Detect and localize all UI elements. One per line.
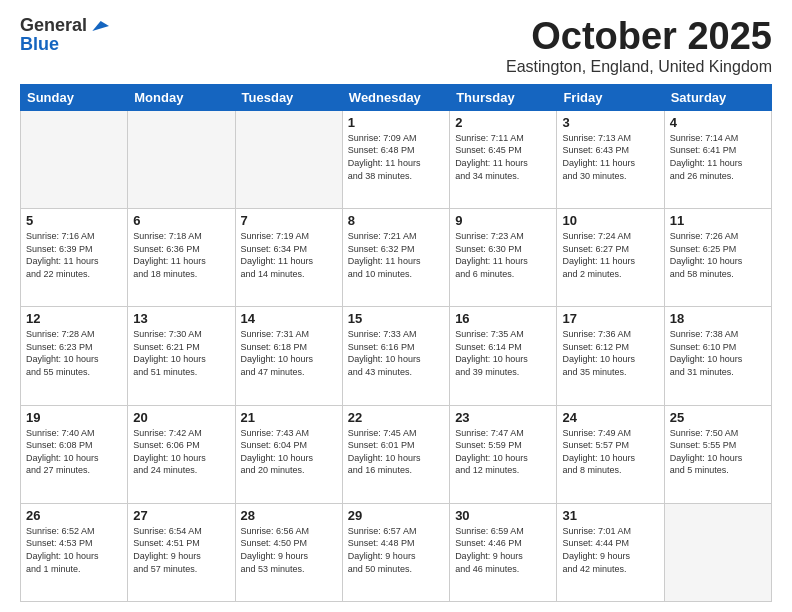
svg-marker-0 — [92, 21, 109, 31]
calendar-cell: 25Sunrise: 7:50 AM Sunset: 5:55 PM Dayli… — [664, 405, 771, 503]
day-info: Sunrise: 6:57 AM Sunset: 4:48 PM Dayligh… — [348, 525, 444, 575]
day-number: 19 — [26, 410, 122, 425]
day-info: Sunrise: 7:13 AM Sunset: 6:43 PM Dayligh… — [562, 132, 658, 182]
day-number: 22 — [348, 410, 444, 425]
day-number: 9 — [455, 213, 551, 228]
day-number: 17 — [562, 311, 658, 326]
calendar-day-header: Tuesday — [235, 84, 342, 110]
calendar-day-header: Monday — [128, 84, 235, 110]
day-info: Sunrise: 7:24 AM Sunset: 6:27 PM Dayligh… — [562, 230, 658, 280]
day-info: Sunrise: 7:14 AM Sunset: 6:41 PM Dayligh… — [670, 132, 766, 182]
day-number: 13 — [133, 311, 229, 326]
calendar-cell: 29Sunrise: 6:57 AM Sunset: 4:48 PM Dayli… — [342, 503, 449, 601]
day-info: Sunrise: 7:09 AM Sunset: 6:48 PM Dayligh… — [348, 132, 444, 182]
day-number: 25 — [670, 410, 766, 425]
day-number: 27 — [133, 508, 229, 523]
calendar-cell: 23Sunrise: 7:47 AM Sunset: 5:59 PM Dayli… — [450, 405, 557, 503]
day-number: 20 — [133, 410, 229, 425]
calendar-cell — [664, 503, 771, 601]
day-number: 7 — [241, 213, 337, 228]
calendar-cell: 18Sunrise: 7:38 AM Sunset: 6:10 PM Dayli… — [664, 307, 771, 405]
calendar-cell: 17Sunrise: 7:36 AM Sunset: 6:12 PM Dayli… — [557, 307, 664, 405]
calendar-cell: 13Sunrise: 7:30 AM Sunset: 6:21 PM Dayli… — [128, 307, 235, 405]
day-number: 24 — [562, 410, 658, 425]
calendar-cell: 7Sunrise: 7:19 AM Sunset: 6:34 PM Daylig… — [235, 209, 342, 307]
calendar-cell: 9Sunrise: 7:23 AM Sunset: 6:30 PM Daylig… — [450, 209, 557, 307]
calendar-cell: 31Sunrise: 7:01 AM Sunset: 4:44 PM Dayli… — [557, 503, 664, 601]
day-number: 12 — [26, 311, 122, 326]
logo-blue: Blue — [20, 34, 59, 54]
calendar-cell: 14Sunrise: 7:31 AM Sunset: 6:18 PM Dayli… — [235, 307, 342, 405]
calendar-cell: 27Sunrise: 6:54 AM Sunset: 4:51 PM Dayli… — [128, 503, 235, 601]
calendar-cell: 12Sunrise: 7:28 AM Sunset: 6:23 PM Dayli… — [21, 307, 128, 405]
day-number: 26 — [26, 508, 122, 523]
calendar-cell: 19Sunrise: 7:40 AM Sunset: 6:08 PM Dayli… — [21, 405, 128, 503]
calendar-cell: 21Sunrise: 7:43 AM Sunset: 6:04 PM Dayli… — [235, 405, 342, 503]
calendar-week-row: 1Sunrise: 7:09 AM Sunset: 6:48 PM Daylig… — [21, 110, 772, 208]
calendar-day-header: Friday — [557, 84, 664, 110]
calendar-cell: 16Sunrise: 7:35 AM Sunset: 6:14 PM Dayli… — [450, 307, 557, 405]
day-info: Sunrise: 7:18 AM Sunset: 6:36 PM Dayligh… — [133, 230, 229, 280]
day-info: Sunrise: 7:28 AM Sunset: 6:23 PM Dayligh… — [26, 328, 122, 378]
day-number: 30 — [455, 508, 551, 523]
day-info: Sunrise: 7:33 AM Sunset: 6:16 PM Dayligh… — [348, 328, 444, 378]
day-number: 29 — [348, 508, 444, 523]
day-info: Sunrise: 7:38 AM Sunset: 6:10 PM Dayligh… — [670, 328, 766, 378]
calendar-cell: 26Sunrise: 6:52 AM Sunset: 4:53 PM Dayli… — [21, 503, 128, 601]
day-info: Sunrise: 7:43 AM Sunset: 6:04 PM Dayligh… — [241, 427, 337, 477]
logo-general: General — [20, 16, 87, 36]
calendar-week-row: 12Sunrise: 7:28 AM Sunset: 6:23 PM Dayli… — [21, 307, 772, 405]
day-info: Sunrise: 7:26 AM Sunset: 6:25 PM Dayligh… — [670, 230, 766, 280]
calendar-week-row: 5Sunrise: 7:16 AM Sunset: 6:39 PM Daylig… — [21, 209, 772, 307]
day-info: Sunrise: 7:31 AM Sunset: 6:18 PM Dayligh… — [241, 328, 337, 378]
day-number: 28 — [241, 508, 337, 523]
day-number: 14 — [241, 311, 337, 326]
calendar-table: SundayMondayTuesdayWednesdayThursdayFrid… — [20, 84, 772, 602]
day-number: 4 — [670, 115, 766, 130]
logo-icon — [89, 16, 109, 36]
day-number: 31 — [562, 508, 658, 523]
logo-text: General — [20, 16, 109, 36]
day-info: Sunrise: 7:19 AM Sunset: 6:34 PM Dayligh… — [241, 230, 337, 280]
title-area: October 2025 Eastington, England, United… — [506, 16, 772, 76]
calendar-cell: 6Sunrise: 7:18 AM Sunset: 6:36 PM Daylig… — [128, 209, 235, 307]
calendar-cell: 5Sunrise: 7:16 AM Sunset: 6:39 PM Daylig… — [21, 209, 128, 307]
day-number: 3 — [562, 115, 658, 130]
page: General Blue October 2025 Eastington, En… — [0, 0, 792, 612]
day-number: 16 — [455, 311, 551, 326]
location: Eastington, England, United Kingdom — [506, 58, 772, 76]
day-info: Sunrise: 7:16 AM Sunset: 6:39 PM Dayligh… — [26, 230, 122, 280]
day-number: 23 — [455, 410, 551, 425]
calendar-cell: 24Sunrise: 7:49 AM Sunset: 5:57 PM Dayli… — [557, 405, 664, 503]
day-info: Sunrise: 6:52 AM Sunset: 4:53 PM Dayligh… — [26, 525, 122, 575]
calendar-cell — [21, 110, 128, 208]
day-info: Sunrise: 7:23 AM Sunset: 6:30 PM Dayligh… — [455, 230, 551, 280]
calendar-cell: 30Sunrise: 6:59 AM Sunset: 4:46 PM Dayli… — [450, 503, 557, 601]
month-title: October 2025 — [506, 16, 772, 58]
day-number: 1 — [348, 115, 444, 130]
calendar-day-header: Thursday — [450, 84, 557, 110]
logo: General Blue — [20, 16, 109, 55]
day-info: Sunrise: 7:35 AM Sunset: 6:14 PM Dayligh… — [455, 328, 551, 378]
calendar-day-header: Saturday — [664, 84, 771, 110]
day-info: Sunrise: 7:40 AM Sunset: 6:08 PM Dayligh… — [26, 427, 122, 477]
day-info: Sunrise: 7:01 AM Sunset: 4:44 PM Dayligh… — [562, 525, 658, 575]
calendar-cell: 10Sunrise: 7:24 AM Sunset: 6:27 PM Dayli… — [557, 209, 664, 307]
day-number: 18 — [670, 311, 766, 326]
day-number: 15 — [348, 311, 444, 326]
calendar-cell: 3Sunrise: 7:13 AM Sunset: 6:43 PM Daylig… — [557, 110, 664, 208]
calendar-cell — [235, 110, 342, 208]
day-info: Sunrise: 7:47 AM Sunset: 5:59 PM Dayligh… — [455, 427, 551, 477]
calendar-day-header: Sunday — [21, 84, 128, 110]
day-number: 21 — [241, 410, 337, 425]
calendar-cell: 1Sunrise: 7:09 AM Sunset: 6:48 PM Daylig… — [342, 110, 449, 208]
header: General Blue October 2025 Eastington, En… — [20, 16, 772, 76]
day-info: Sunrise: 7:36 AM Sunset: 6:12 PM Dayligh… — [562, 328, 658, 378]
day-info: Sunrise: 7:11 AM Sunset: 6:45 PM Dayligh… — [455, 132, 551, 182]
day-number: 2 — [455, 115, 551, 130]
day-info: Sunrise: 7:21 AM Sunset: 6:32 PM Dayligh… — [348, 230, 444, 280]
calendar-header-row: SundayMondayTuesdayWednesdayThursdayFrid… — [21, 84, 772, 110]
calendar-cell: 15Sunrise: 7:33 AM Sunset: 6:16 PM Dayli… — [342, 307, 449, 405]
calendar-cell: 28Sunrise: 6:56 AM Sunset: 4:50 PM Dayli… — [235, 503, 342, 601]
calendar-cell: 22Sunrise: 7:45 AM Sunset: 6:01 PM Dayli… — [342, 405, 449, 503]
